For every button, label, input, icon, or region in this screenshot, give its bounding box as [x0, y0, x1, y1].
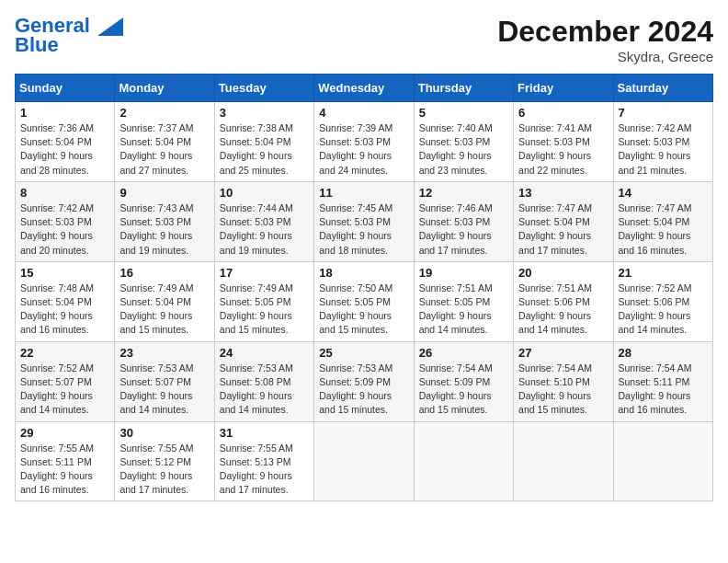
calendar-week-row: 8Sunrise: 7:42 AMSunset: 5:03 PMDaylight…: [16, 181, 713, 261]
calendar-cell: [314, 421, 414, 501]
calendar-cell: 6Sunrise: 7:41 AMSunset: 5:03 PMDaylight…: [514, 102, 613, 182]
calendar-cell: 26Sunrise: 7:54 AMSunset: 5:09 PMDayligh…: [414, 341, 513, 421]
day-info: Sunrise: 7:52 AMSunset: 5:07 PMDaylight:…: [20, 362, 109, 418]
svg-marker-0: [97, 17, 123, 36]
calendar-cell: 16Sunrise: 7:49 AMSunset: 5:04 PMDayligh…: [115, 261, 214, 341]
day-number: 18: [319, 266, 408, 280]
day-info: Sunrise: 7:47 AMSunset: 5:04 PMDaylight:…: [619, 201, 708, 258]
day-info: Sunrise: 7:47 AMSunset: 5:04 PMDaylight:…: [518, 201, 608, 258]
day-info: Sunrise: 7:50 AMSunset: 5:05 PMDaylight:…: [319, 282, 408, 338]
day-number: 19: [419, 266, 508, 280]
calendar-cell: 18Sunrise: 7:50 AMSunset: 5:05 PMDayligh…: [314, 261, 414, 341]
day-number: 5: [419, 106, 508, 120]
day-info: Sunrise: 7:54 AMSunset: 5:10 PMDaylight:…: [518, 362, 608, 418]
day-number: 30: [119, 426, 209, 440]
day-header-saturday: Saturday: [613, 75, 712, 102]
calendar-cell: 25Sunrise: 7:53 AMSunset: 5:09 PMDayligh…: [314, 341, 414, 421]
day-number: 3: [220, 106, 309, 120]
day-info: Sunrise: 7:53 AMSunset: 5:07 PMDaylight:…: [119, 362, 209, 418]
calendar-week-row: 1Sunrise: 7:36 AMSunset: 5:04 PMDaylight…: [16, 102, 713, 182]
day-info: Sunrise: 7:36 AMSunset: 5:04 PMDaylight:…: [20, 121, 109, 178]
day-info: Sunrise: 7:45 AMSunset: 5:03 PMDaylight:…: [319, 201, 408, 258]
day-number: 22: [20, 346, 109, 360]
day-info: Sunrise: 7:51 AMSunset: 5:05 PMDaylight:…: [419, 282, 508, 338]
logo-icon: [97, 17, 123, 36]
day-number: 7: [619, 106, 708, 120]
calendar-week-row: 22Sunrise: 7:52 AMSunset: 5:07 PMDayligh…: [16, 341, 713, 421]
calendar-cell: 20Sunrise: 7:51 AMSunset: 5:06 PMDayligh…: [514, 261, 613, 341]
day-info: Sunrise: 7:42 AMSunset: 5:03 PMDaylight:…: [619, 121, 708, 178]
day-number: 24: [220, 346, 309, 360]
calendar-cell: [613, 421, 712, 501]
day-number: 15: [20, 266, 109, 280]
calendar-cell: 23Sunrise: 7:53 AMSunset: 5:07 PMDayligh…: [115, 341, 214, 421]
day-info: Sunrise: 7:54 AMSunset: 5:11 PMDaylight:…: [619, 362, 708, 418]
calendar-cell: 11Sunrise: 7:45 AMSunset: 5:03 PMDayligh…: [314, 181, 414, 261]
day-header-tuesday: Tuesday: [214, 75, 313, 102]
day-info: Sunrise: 7:41 AMSunset: 5:03 PMDaylight:…: [518, 121, 608, 178]
calendar-cell: 1Sunrise: 7:36 AMSunset: 5:04 PMDaylight…: [16, 102, 115, 182]
calendar-cell: 2Sunrise: 7:37 AMSunset: 5:04 PMDaylight…: [115, 102, 214, 182]
day-info: Sunrise: 7:43 AMSunset: 5:03 PMDaylight:…: [119, 201, 209, 258]
calendar-week-row: 29Sunrise: 7:55 AMSunset: 5:11 PMDayligh…: [16, 421, 713, 501]
day-number: 12: [419, 186, 508, 200]
calendar-table: SundayMondayTuesdayWednesdayThursdayFrid…: [15, 74, 713, 501]
day-number: 26: [419, 346, 508, 360]
calendar-week-row: 15Sunrise: 7:48 AMSunset: 5:04 PMDayligh…: [16, 261, 713, 341]
day-info: Sunrise: 7:54 AMSunset: 5:09 PMDaylight:…: [419, 362, 508, 418]
day-number: 8: [20, 186, 109, 200]
calendar-cell: 22Sunrise: 7:52 AMSunset: 5:07 PMDayligh…: [16, 341, 115, 421]
calendar-cell: 30Sunrise: 7:55 AMSunset: 5:12 PMDayligh…: [115, 421, 214, 501]
calendar-cell: 21Sunrise: 7:52 AMSunset: 5:06 PMDayligh…: [613, 261, 712, 341]
month-title: December 2024: [497, 15, 713, 49]
day-number: 29: [20, 426, 109, 440]
calendar-cell: 24Sunrise: 7:53 AMSunset: 5:08 PMDayligh…: [214, 341, 313, 421]
day-number: 13: [518, 186, 608, 200]
day-info: Sunrise: 7:44 AMSunset: 5:03 PMDaylight:…: [220, 201, 309, 258]
day-number: 17: [220, 266, 309, 280]
calendar-cell: 12Sunrise: 7:46 AMSunset: 5:03 PMDayligh…: [414, 181, 513, 261]
day-number: 28: [619, 346, 708, 360]
header: General Blue December 2024 Skydra, Greec…: [15, 15, 713, 64]
day-info: Sunrise: 7:51 AMSunset: 5:06 PMDaylight:…: [518, 282, 608, 338]
day-number: 1: [20, 106, 109, 120]
calendar-cell: 3Sunrise: 7:38 AMSunset: 5:04 PMDaylight…: [214, 102, 313, 182]
day-number: 10: [220, 186, 309, 200]
day-info: Sunrise: 7:49 AMSunset: 5:05 PMDaylight:…: [220, 282, 309, 338]
calendar-cell: 4Sunrise: 7:39 AMSunset: 5:03 PMDaylight…: [314, 102, 414, 182]
day-info: Sunrise: 7:55 AMSunset: 5:11 PMDaylight:…: [20, 442, 109, 498]
location: Skydra, Greece: [497, 49, 713, 64]
day-number: 21: [619, 266, 708, 280]
day-number: 9: [119, 186, 209, 200]
day-header-monday: Monday: [115, 75, 214, 102]
calendar-cell: 7Sunrise: 7:42 AMSunset: 5:03 PMDaylight…: [613, 102, 712, 182]
day-info: Sunrise: 7:55 AMSunset: 5:12 PMDaylight:…: [119, 442, 209, 498]
calendar-cell: 19Sunrise: 7:51 AMSunset: 5:05 PMDayligh…: [414, 261, 513, 341]
logo-area: General Blue: [15, 15, 123, 57]
day-number: 6: [518, 106, 608, 120]
day-header-wednesday: Wednesday: [314, 75, 414, 102]
day-info: Sunrise: 7:40 AMSunset: 5:03 PMDaylight:…: [419, 121, 508, 178]
calendar-cell: 9Sunrise: 7:43 AMSunset: 5:03 PMDaylight…: [115, 181, 214, 261]
day-info: Sunrise: 7:38 AMSunset: 5:04 PMDaylight:…: [220, 121, 309, 178]
day-header-friday: Friday: [514, 75, 613, 102]
calendar-cell: 28Sunrise: 7:54 AMSunset: 5:11 PMDayligh…: [613, 341, 712, 421]
day-number: 20: [518, 266, 608, 280]
calendar-header-row: SundayMondayTuesdayWednesdayThursdayFrid…: [16, 75, 713, 102]
calendar-cell: 5Sunrise: 7:40 AMSunset: 5:03 PMDaylight…: [414, 102, 513, 182]
calendar-cell: 10Sunrise: 7:44 AMSunset: 5:03 PMDayligh…: [214, 181, 313, 261]
calendar-cell: 13Sunrise: 7:47 AMSunset: 5:04 PMDayligh…: [514, 181, 613, 261]
day-number: 16: [119, 266, 209, 280]
day-info: Sunrise: 7:42 AMSunset: 5:03 PMDaylight:…: [20, 201, 109, 258]
day-info: Sunrise: 7:53 AMSunset: 5:08 PMDaylight:…: [220, 362, 309, 418]
day-number: 25: [319, 346, 408, 360]
calendar-cell: 14Sunrise: 7:47 AMSunset: 5:04 PMDayligh…: [613, 181, 712, 261]
day-number: 2: [119, 106, 209, 120]
day-header-sunday: Sunday: [16, 75, 115, 102]
day-number: 23: [119, 346, 209, 360]
day-info: Sunrise: 7:49 AMSunset: 5:04 PMDaylight:…: [119, 282, 209, 338]
calendar-cell: 8Sunrise: 7:42 AMSunset: 5:03 PMDaylight…: [16, 181, 115, 261]
day-info: Sunrise: 7:48 AMSunset: 5:04 PMDaylight:…: [20, 282, 109, 338]
day-info: Sunrise: 7:53 AMSunset: 5:09 PMDaylight:…: [319, 362, 408, 418]
calendar-cell: [414, 421, 513, 501]
